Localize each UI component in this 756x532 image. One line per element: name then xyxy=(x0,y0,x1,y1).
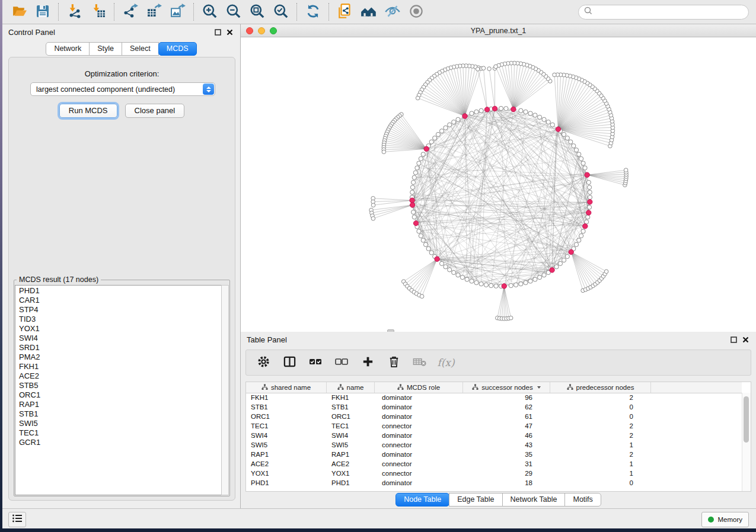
export-network-button[interactable] xyxy=(119,1,142,23)
show-hidden-button[interactable] xyxy=(404,1,428,23)
tab-network[interactable]: Network xyxy=(46,42,90,56)
column-header-name[interactable]: name xyxy=(327,382,375,393)
import-network-button[interactable] xyxy=(63,1,87,23)
zoom-fit-button[interactable] xyxy=(245,1,269,23)
table-cell: connector xyxy=(375,460,463,467)
import-table-button[interactable] xyxy=(87,1,110,23)
tab-network-table[interactable]: Network Table xyxy=(502,493,566,507)
delete-column-button[interactable] xyxy=(384,352,404,373)
plus-icon xyxy=(361,355,375,370)
column-header-successor-nodes[interactable]: successor nodes xyxy=(463,382,550,393)
open-file-button[interactable] xyxy=(7,1,31,23)
mcds-result-item[interactable]: ORC1 xyxy=(15,390,222,400)
task-history-button[interactable] xyxy=(8,512,26,527)
mcds-result-item[interactable]: GCR1 xyxy=(15,438,222,447)
table-row[interactable]: STB1STB1dominator620 xyxy=(246,402,742,412)
mcds-result-item[interactable]: YOX1 xyxy=(15,324,222,334)
mcds-list-scrollbar[interactable] xyxy=(221,285,229,495)
right-area: YPA_prune.txt_1 Table Panel xyxy=(241,24,756,508)
mcds-result-item[interactable]: PMA2 xyxy=(15,352,222,362)
select-stepper-icon xyxy=(203,84,214,95)
close-panel-icon[interactable] xyxy=(742,335,749,345)
float-panel-icon[interactable] xyxy=(731,335,737,345)
show-all-networks-button[interactable] xyxy=(357,1,381,23)
table-cell: SWI5 xyxy=(327,441,375,448)
network-graph[interactable] xyxy=(241,37,755,332)
table-row[interactable]: RAP1RAP1dominator352 xyxy=(246,450,742,459)
mcds-result-item[interactable]: STB1 xyxy=(15,409,222,419)
mcds-result-item[interactable]: SWI4 xyxy=(15,334,222,343)
table-panel-title: Table Panel xyxy=(247,335,287,344)
zoom-in-button[interactable] xyxy=(198,1,222,23)
table-row[interactable]: SWI4SWI4dominator462 xyxy=(246,431,742,440)
refresh-layout-button[interactable] xyxy=(301,1,325,23)
column-settings-button[interactable] xyxy=(253,352,273,373)
network-canvas[interactable] xyxy=(241,37,756,332)
table-row[interactable]: FKH1FKH1dominator962 xyxy=(246,393,742,402)
optimization-criterion-select[interactable]: largest connected component (undirected) xyxy=(30,82,215,96)
table-row[interactable]: ACE2ACE2connector311 xyxy=(246,459,742,469)
search-input[interactable] xyxy=(593,5,748,18)
show-columns-button[interactable] xyxy=(279,352,299,373)
table-toolbar: f(x) xyxy=(245,350,751,376)
table-cell: dominator xyxy=(375,394,463,401)
select-all-rows-button[interactable] xyxy=(305,352,326,373)
mcds-result-item[interactable]: SRD1 xyxy=(15,343,222,352)
duplicate-network-button[interactable] xyxy=(333,1,357,23)
table-scrollbar-thumb[interactable] xyxy=(744,396,749,443)
tab-style[interactable]: Style xyxy=(89,42,122,56)
mcds-result-item[interactable]: SWI5 xyxy=(15,419,222,428)
mcds-result-item[interactable]: STP4 xyxy=(15,305,222,315)
toolbar-separator xyxy=(114,3,115,21)
export-image-button[interactable] xyxy=(166,1,190,23)
table-row[interactable]: PHD1PHD1dominator180 xyxy=(246,478,742,488)
node-table-header: shared namenameMCDS rolesuccessor nodesp… xyxy=(246,382,742,393)
table-cell: 2 xyxy=(550,422,651,430)
hide-selected-button[interactable] xyxy=(381,1,404,23)
mcds-result-item[interactable]: PHD1 xyxy=(15,286,222,296)
search-box[interactable] xyxy=(578,5,749,20)
table-cell: dominator xyxy=(375,479,463,486)
mcds-result-item[interactable]: RAP1 xyxy=(15,400,222,409)
tab-edge-table[interactable]: Edge Table xyxy=(449,493,502,507)
tab-select[interactable]: Select xyxy=(122,42,159,56)
node-table-body: FKH1FKH1dominator962STB1STB1dominator620… xyxy=(246,393,742,491)
mcds-result-item[interactable]: TEC1 xyxy=(15,428,222,438)
deselect-all-rows-button[interactable] xyxy=(331,352,352,373)
network-window-titlebar[interactable]: YPA_prune.txt_1 xyxy=(241,24,756,37)
tab-motifs[interactable]: Motifs xyxy=(564,493,601,507)
tab-mcds[interactable]: MCDS xyxy=(158,42,197,56)
close-mcds-panel-button[interactable]: Close panel xyxy=(125,104,185,118)
tab-node-table[interactable]: Node Table xyxy=(395,493,449,507)
close-panel-icon[interactable] xyxy=(227,27,233,38)
export-table-button[interactable] xyxy=(142,1,166,23)
table-row[interactable]: TEC1TEC1connector472 xyxy=(246,421,742,431)
table-cell: 46 xyxy=(463,432,550,439)
table-cell: PHD1 xyxy=(327,479,375,486)
table-cell: RAP1 xyxy=(327,451,375,458)
zoom-out-button[interactable] xyxy=(222,1,245,23)
save-session-button[interactable] xyxy=(31,1,55,23)
column-header-predecessor-nodes[interactable]: predecessor nodes xyxy=(550,382,651,393)
zoom-selected-button[interactable] xyxy=(269,1,293,23)
table-row[interactable]: SWI5SWI5connector431 xyxy=(246,440,742,450)
run-mcds-button[interactable]: Run MCDS xyxy=(59,104,117,118)
sitemap-icon xyxy=(472,384,479,392)
table-row[interactable]: YOX1YOX1connector291 xyxy=(246,469,742,478)
table-cell: SWI4 xyxy=(246,432,327,439)
float-panel-icon[interactable] xyxy=(215,27,221,38)
mcds-result-item[interactable]: FKH1 xyxy=(15,362,222,371)
table-scrollbar[interactable] xyxy=(742,393,751,491)
mcds-result-item[interactable]: CAR1 xyxy=(15,296,222,305)
memory-button[interactable]: Memory xyxy=(701,512,749,527)
column-header-shared-name[interactable]: shared name xyxy=(246,382,327,393)
mcds-result-item[interactable]: TID3 xyxy=(15,315,222,324)
create-column-button[interactable] xyxy=(358,352,378,373)
mcds-result-list[interactable]: PHD1CAR1STP4TID3YOX1SWI4SRD1PMA2FKH1ACE2… xyxy=(15,285,222,495)
table-row[interactable]: ORC1ORC1dominator610 xyxy=(246,412,742,421)
control-panel: Control Panel NetworkStyleSelectMCDS Opt… xyxy=(2,24,241,508)
mcds-result-item[interactable]: ACE2 xyxy=(15,371,222,381)
mcds-result-item[interactable]: STB5 xyxy=(15,381,222,390)
delete-table-icon xyxy=(412,355,428,370)
column-header-MCDS-role[interactable]: MCDS role xyxy=(375,382,463,393)
